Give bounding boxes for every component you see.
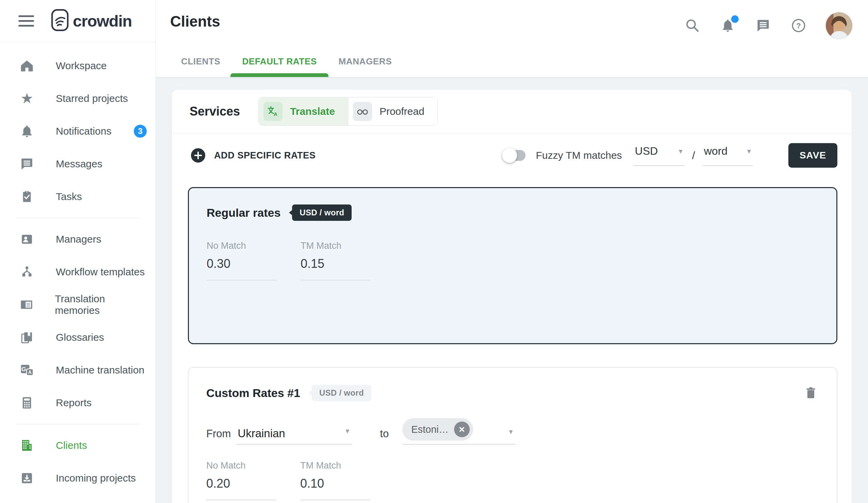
translation-memory-icon bbox=[19, 297, 34, 312]
delete-trash-icon[interactable] bbox=[803, 385, 819, 401]
custom-rates-title-row: Custom Rates #1 USD / word bbox=[206, 385, 819, 401]
from-label: From bbox=[206, 428, 231, 445]
clients-icon bbox=[19, 437, 35, 453]
no-match-field: No Match 0.30 bbox=[207, 241, 277, 281]
custom-rates-fields: No Match 0.20 TM Match 0.10 bbox=[206, 460, 819, 500]
sidebar-item-glossaries[interactable]: Glossaries bbox=[0, 321, 156, 354]
star-icon: ★ bbox=[19, 91, 35, 106]
unit-select[interactable]: word ▾ bbox=[703, 145, 753, 166]
per-separator: / bbox=[692, 149, 695, 162]
tm-match-label: TM Match bbox=[300, 460, 370, 471]
sidebar-item-starred-projects[interactable]: ★ Starred projects bbox=[0, 82, 156, 115]
sidebar-divider bbox=[16, 218, 139, 218]
regular-rates-fields: No Match 0.30 TM Match 0.15 bbox=[207, 241, 819, 281]
machine-translation-icon: GA bbox=[19, 362, 35, 378]
sidebar-header: crowdin bbox=[0, 0, 156, 42]
page-title: Clients bbox=[170, 13, 220, 30]
svg-text:?: ? bbox=[796, 21, 800, 30]
svg-text:A: A bbox=[274, 111, 277, 117]
sidebar-item-translation-memories[interactable]: Translation memories bbox=[0, 288, 156, 321]
translate-icon: A bbox=[264, 102, 282, 121]
currency-select[interactable]: USD ▾ bbox=[633, 145, 684, 166]
custom-rates-title: Custom Rates #1 bbox=[206, 386, 300, 400]
sidebar-divider bbox=[16, 424, 139, 424]
tm-match-input[interactable]: 0.10 bbox=[300, 476, 370, 500]
no-match-input[interactable]: 0.30 bbox=[207, 256, 277, 281]
tasks-icon bbox=[19, 189, 35, 204]
fuzzy-tm-toggle[interactable] bbox=[504, 150, 526, 161]
default-rates-panel: Services A Translate Proofread bbox=[172, 90, 852, 503]
sidebar-item-tasks[interactable]: Tasks bbox=[0, 180, 156, 213]
reports-icon bbox=[19, 395, 35, 411]
to-label: to bbox=[380, 428, 389, 445]
tab-default-rates[interactable]: DEFAULT RATES bbox=[242, 56, 317, 77]
svg-text:G: G bbox=[21, 366, 26, 372]
home-icon bbox=[19, 58, 35, 74]
tm-match-field: TM Match 0.15 bbox=[301, 241, 371, 281]
regular-rates-title: Regular rates bbox=[207, 206, 280, 220]
help-icon[interactable]: ? bbox=[790, 17, 807, 34]
sidebar-item-machine-translation[interactable]: GA Machine translation bbox=[0, 354, 156, 386]
sidebar: crowdin Workspace ★ Starred projects Not… bbox=[0, 0, 156, 503]
translate-label: Translate bbox=[290, 105, 335, 117]
workflow-icon bbox=[19, 264, 35, 280]
rates-toolbar: ADD SPECIFIC RATES Fuzzy TM matches USD … bbox=[172, 133, 852, 177]
tm-match-field: TM Match 0.10 bbox=[300, 460, 370, 500]
sidebar-item-managers[interactable]: Managers bbox=[0, 223, 156, 255]
no-match-field: No Match 0.20 bbox=[206, 460, 276, 500]
notifications-count-badge: 3 bbox=[134, 125, 147, 138]
regular-rates-card: Regular rates USD / word No Match 0.30 T… bbox=[188, 187, 837, 344]
sidebar-item-clients[interactable]: Clients bbox=[0, 429, 156, 462]
crowdin-logo[interactable]: crowdin bbox=[51, 9, 132, 33]
sidebar-nav: Workspace ★ Starred projects Notificatio… bbox=[0, 42, 156, 494]
notifications-bell-icon[interactable] bbox=[720, 17, 736, 34]
plus-icon bbox=[191, 148, 205, 163]
tab-bar: CLIENTS DEFAULT RATES MANAGERS bbox=[181, 56, 392, 77]
no-match-label: No Match bbox=[207, 241, 277, 251]
language-pair-row: From Ukrainian ▾ to Estoni… × ▾ bbox=[206, 418, 819, 445]
unit-badge: USD / word bbox=[312, 385, 371, 401]
tab-clients[interactable]: CLIENTS bbox=[181, 56, 220, 77]
sidebar-item-messages[interactable]: Messages bbox=[0, 148, 156, 180]
proofread-glasses-icon bbox=[353, 102, 372, 121]
bell-icon bbox=[19, 123, 35, 139]
rate-controls: Fuzzy TM matches USD ▾ / word ▾ SAVE bbox=[504, 143, 837, 168]
language-chip: Estoni… × bbox=[402, 418, 473, 441]
no-match-label: No Match bbox=[206, 460, 276, 471]
content-area: Services A Translate Proofread bbox=[156, 77, 868, 503]
chat-icon[interactable] bbox=[755, 17, 771, 34]
service-translate-button[interactable]: A Translate bbox=[259, 98, 348, 125]
sidebar-item-workspace[interactable]: Workspace bbox=[0, 49, 156, 82]
fuzzy-tm-label: Fuzzy TM matches bbox=[536, 150, 622, 161]
service-switcher: A Translate Proofread bbox=[258, 97, 437, 126]
chevron-down-icon: ▾ bbox=[747, 145, 751, 158]
sidebar-item-notifications[interactable]: Notifications 3 bbox=[0, 115, 156, 148]
search-icon[interactable] bbox=[684, 17, 701, 34]
tm-match-input[interactable]: 0.15 bbox=[301, 256, 371, 281]
source-language-select[interactable]: Ukrainian ▾ bbox=[236, 422, 352, 445]
incoming-projects-icon bbox=[19, 470, 35, 486]
chevron-down-icon: ▾ bbox=[679, 145, 682, 158]
sidebar-item-workflow-templates[interactable]: Workflow templates bbox=[0, 255, 156, 288]
chevron-down-icon: ▾ bbox=[509, 423, 513, 441]
sidebar-item-reports[interactable]: Reports bbox=[0, 386, 156, 419]
tab-managers[interactable]: MANAGERS bbox=[339, 56, 392, 77]
remove-language-icon[interactable]: × bbox=[454, 422, 470, 437]
unit-badge: USD / word bbox=[292, 204, 352, 221]
custom-rates-card: Custom Rates #1 USD / word From Ukrainia… bbox=[188, 367, 837, 503]
sidebar-item-incoming-projects[interactable]: Incoming projects bbox=[0, 462, 156, 494]
user-avatar[interactable] bbox=[826, 12, 852, 39]
target-language-select[interactable]: Estoni… × ▾ bbox=[402, 418, 515, 445]
svg-text:A: A bbox=[28, 370, 32, 375]
save-button[interactable]: SAVE bbox=[788, 143, 837, 168]
menu-icon[interactable] bbox=[18, 15, 34, 27]
no-match-input[interactable]: 0.20 bbox=[206, 476, 276, 500]
toggle-knob bbox=[502, 148, 517, 163]
glossary-icon bbox=[19, 330, 35, 345]
services-row: Services A Translate Proofread bbox=[172, 90, 852, 133]
services-heading: Services bbox=[189, 104, 240, 119]
service-proofread-button[interactable]: Proofread bbox=[348, 98, 437, 125]
add-specific-rates-button[interactable]: ADD SPECIFIC RATES bbox=[191, 148, 316, 163]
message-icon bbox=[19, 156, 35, 172]
unread-indicator-dot bbox=[731, 15, 738, 23]
